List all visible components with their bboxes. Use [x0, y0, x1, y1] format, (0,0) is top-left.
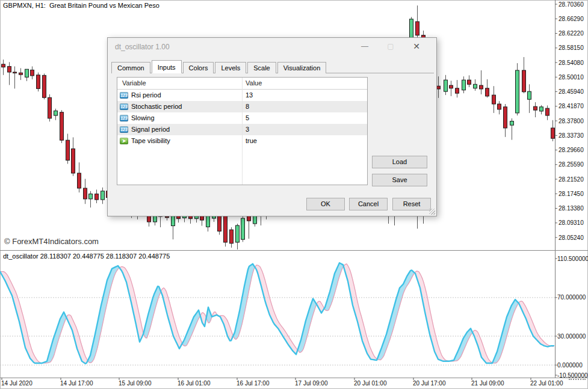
- bear-candle-body: [546, 108, 549, 115]
- tab-colors[interactable]: Colors: [183, 62, 214, 73]
- tab-inputs[interactable]: Inputs: [152, 60, 182, 73]
- osc-axis-label: 0.000000: [557, 362, 583, 369]
- param-value[interactable]: true: [242, 135, 257, 147]
- bull-candle-body: [540, 107, 543, 111]
- param-name-cell: 123Signal period: [117, 124, 242, 135]
- time-axis-label: 14 Jul 2020: [1, 380, 32, 387]
- bear-candle-body: [468, 80, 471, 84]
- time-axis-label: 21 Jul 09:00: [471, 380, 504, 387]
- axis-corner-dots-icon: [569, 379, 586, 380]
- param-value[interactable]: 8: [242, 101, 249, 112]
- bull-candle-body: [54, 111, 58, 115]
- load-button[interactable]: Load: [372, 156, 427, 168]
- time-axis-label: 16 Jul 17:00: [237, 380, 270, 387]
- close-icon[interactable]: ✕: [404, 38, 429, 55]
- bull-candle-body: [474, 84, 477, 88]
- osc-axis-label: 30.000000: [557, 333, 586, 340]
- header-value: Value: [242, 78, 262, 89]
- bear-candle-body: [43, 75, 46, 97]
- numeric-param-icon: 123: [120, 126, 128, 133]
- time-axis-label: 15 Jul 09:00: [119, 380, 152, 387]
- param-name: Signal period: [131, 124, 170, 135]
- bear-candle-body: [498, 104, 501, 109]
- param-value[interactable]: 3: [242, 124, 249, 135]
- bear-candle-body: [8, 66, 11, 72]
- price-axis-label: 28.33730: [559, 132, 584, 139]
- price-axis-label: 28.54080: [559, 60, 584, 66]
- dialog-titlebar[interactable]: dt_oscillator 1.00 — ▢ ✕: [108, 38, 436, 56]
- bear-candle-body: [78, 173, 81, 188]
- tab-common[interactable]: Common: [111, 62, 150, 73]
- indicator-properties-dialog: dt_oscillator 1.00 — ▢ ✕ Common Inputs C…: [107, 37, 437, 216]
- bull-candle-body: [241, 218, 245, 239]
- bool-param-icon: ➤: [120, 138, 128, 144]
- osc-axis-label: 110.500000: [557, 256, 588, 262]
- time-axis-label: 16 Jul 01:00: [178, 380, 211, 387]
- time-axis[interactable]: 14 Jul 202014 Jul 17:0015 Jul 09:0016 Ju…: [1, 378, 563, 387]
- price-axis-label: 28.13380: [559, 205, 584, 212]
- price-axis-label: 28.21520: [559, 176, 584, 183]
- bear-candle-body: [450, 85, 453, 88]
- bear-candle-body: [60, 112, 64, 140]
- reset-button[interactable]: Reset: [392, 198, 431, 210]
- ok-button[interactable]: OK: [306, 198, 345, 210]
- bear-candle-body: [504, 107, 507, 128]
- bull-candle-body: [25, 69, 29, 77]
- resize-grip[interactable]: [429, 209, 435, 215]
- bear-candle-body: [534, 106, 537, 110]
- price-axis-label: 28.66290: [559, 16, 584, 22]
- bear-candle-body: [72, 149, 75, 173]
- bear-candle-body: [480, 85, 483, 89]
- bear-candle-body: [456, 88, 459, 93]
- param-name-cell: 123Rsi period: [117, 90, 242, 101]
- price-axis-label: 28.05240: [559, 234, 584, 241]
- bear-candle-body: [37, 75, 40, 89]
- parameters-table[interactable]: Variable Value 123Rsi period13123Stochas…: [117, 77, 368, 185]
- save-button[interactable]: Save: [372, 174, 427, 186]
- minimize-icon[interactable]: —: [352, 38, 377, 55]
- numeric-param-icon: 123: [120, 92, 128, 99]
- bull-candle-body: [206, 215, 210, 227]
- price-axis-label: 28.62220: [559, 30, 584, 37]
- price-axis-label: 28.58150: [559, 44, 584, 51]
- osc-axis-label: -10.500000: [557, 372, 588, 379]
- bear-candle-body: [48, 97, 52, 118]
- bear-candle-body: [486, 88, 489, 96]
- param-value[interactable]: 13: [242, 90, 253, 101]
- bear-candle-body: [224, 215, 227, 242]
- dialog-title: dt_oscillator 1.00: [115, 43, 170, 51]
- header-variable: Variable: [117, 78, 242, 89]
- bear-candle-body: [2, 64, 5, 67]
- price-axis-label: 28.25590: [559, 161, 584, 168]
- param-name-cell: 123Stochastic period: [117, 101, 242, 112]
- tab-levels[interactable]: Levels: [215, 62, 246, 73]
- watermark-text: © ForexMT4Indicators.com: [4, 237, 99, 246]
- cancel-button[interactable]: Cancel: [349, 198, 388, 210]
- bull-candle-body: [462, 80, 466, 90]
- price-axis-label: 28.09310: [559, 219, 584, 226]
- dialog-tabstrip: Common Inputs Colors Levels Scale Visual…: [111, 60, 434, 73]
- bear-candle-body: [95, 194, 99, 200]
- bear-candle-body: [66, 140, 70, 160]
- price-axis-label: 28.41870: [559, 103, 584, 109]
- param-name: Slowing: [131, 112, 155, 124]
- column-divider[interactable]: [242, 78, 243, 185]
- param-name: Rsi period: [131, 90, 161, 101]
- bull-candle-body: [236, 225, 240, 242]
- bull-candle-body: [89, 194, 93, 199]
- bull-candle-body: [516, 70, 519, 113]
- bear-candle-body: [84, 188, 87, 199]
- bear-candle-body: [230, 230, 234, 244]
- param-name-cell: ➤Tape visibility: [117, 135, 242, 147]
- time-axis-label: 20 Jul 17:00: [413, 380, 446, 387]
- bear-candle-body: [31, 70, 34, 76]
- oscillator-axis[interactable]: 110.50000070.00000030.0000000.000000-10.…: [555, 256, 588, 379]
- tab-scale[interactable]: Scale: [247, 62, 276, 73]
- tab-visualization[interactable]: Visualization: [277, 62, 327, 73]
- price-axis[interactable]: 28.7036028.6629028.6222028.5815028.54080…: [555, 1, 584, 241]
- maximize-icon[interactable]: ▢: [378, 38, 403, 55]
- param-value[interactable]: 5: [242, 112, 249, 124]
- price-axis-label: 28.29660: [559, 147, 584, 153]
- dto-signal-line: [0, 264, 554, 363]
- price-axis-label: 28.50010: [559, 74, 584, 81]
